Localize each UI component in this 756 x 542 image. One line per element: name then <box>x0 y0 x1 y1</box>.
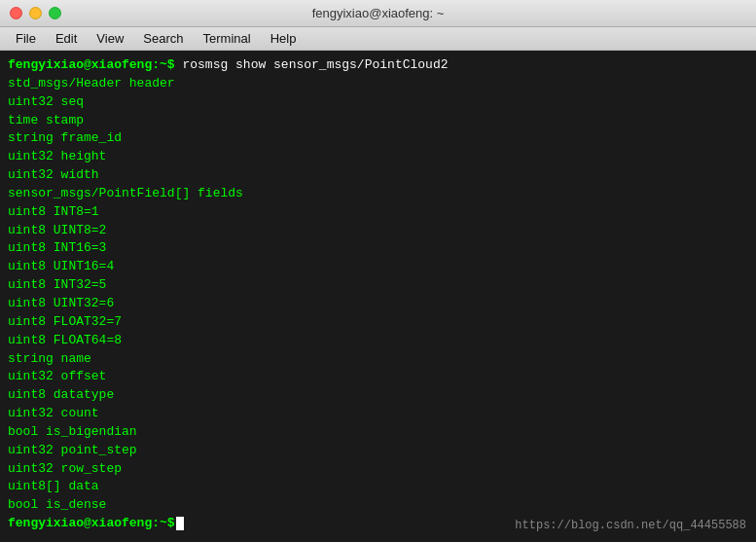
output-line-3: time stamp <box>8 112 748 130</box>
menu-terminal[interactable]: Terminal <box>196 29 259 48</box>
output-line-12: uint8 INT32=5 <box>8 276 748 295</box>
output-line-1: std_msgs/Header header <box>8 75 748 93</box>
menu-edit[interactable]: Edit <box>48 29 85 48</box>
output-line-9: uint8 UINT8=2 <box>8 222 748 240</box>
minimize-button[interactable] <box>29 7 42 19</box>
prompt-2: fengyixiao@xiaofeng:~$ <box>8 516 175 530</box>
output-line-6: uint32 width <box>8 166 748 185</box>
output-line-10: uint8 INT16=3 <box>8 239 748 258</box>
output-line-8: uint8 INT8=1 <box>8 203 748 222</box>
output-line-14: uint8 FLOAT32=7 <box>8 313 748 332</box>
watermark: https://blog.csdn.net/qq_44455588 <box>515 518 746 534</box>
prompt-1: fengyixiao@xiaofeng:~$ <box>8 57 175 72</box>
window-controls[interactable] <box>10 7 61 19</box>
output-line-22: uint32 row_step <box>8 460 748 479</box>
menu-help[interactable]: Help <box>263 29 305 48</box>
menubar: File Edit View Search Terminal Help <box>0 27 756 51</box>
output-line-5: uint32 height <box>8 148 748 166</box>
command-line: fengyixiao@xiaofeng:~$ rosmsg show senso… <box>8 56 748 75</box>
terminal-area[interactable]: fengyixiao@xiaofeng:~$ rosmsg show senso… <box>0 51 756 542</box>
output-line-7: sensor_msgs/PointField[] fields <box>8 185 748 203</box>
output-line-13: uint8 UINT32=6 <box>8 295 748 313</box>
output-line-15: uint8 FLOAT64=8 <box>8 332 748 350</box>
titlebar: fengyixiao@xiaofeng: ~ <box>0 0 756 27</box>
output-line-24: bool is_dense <box>8 496 748 515</box>
cursor <box>176 517 184 530</box>
output-line-23: uint8[] data <box>8 478 748 496</box>
output-line-17: uint32 offset <box>8 368 748 386</box>
menu-view[interactable]: View <box>89 29 131 48</box>
output-line-20: bool is_bigendian <box>8 423 748 442</box>
close-button[interactable] <box>10 7 22 19</box>
maximize-button[interactable] <box>49 7 61 19</box>
window-title: fengyixiao@xiaofeng: ~ <box>312 6 445 20</box>
output-line-4: string frame_id <box>8 129 748 148</box>
output-line-21: uint32 point_step <box>8 442 748 460</box>
output-line-19: uint32 count <box>8 405 748 423</box>
menu-file[interactable]: File <box>8 29 44 48</box>
output-line-2: uint32 seq <box>8 93 748 112</box>
menu-search[interactable]: Search <box>135 29 191 48</box>
output-line-11: uint8 UINT16=4 <box>8 258 748 276</box>
command-text: rosmsg show sensor_msgs/PointCloud2 <box>175 57 449 72</box>
output-line-16: string name <box>8 350 748 369</box>
output-line-18: uint8 datatype <box>8 386 748 405</box>
